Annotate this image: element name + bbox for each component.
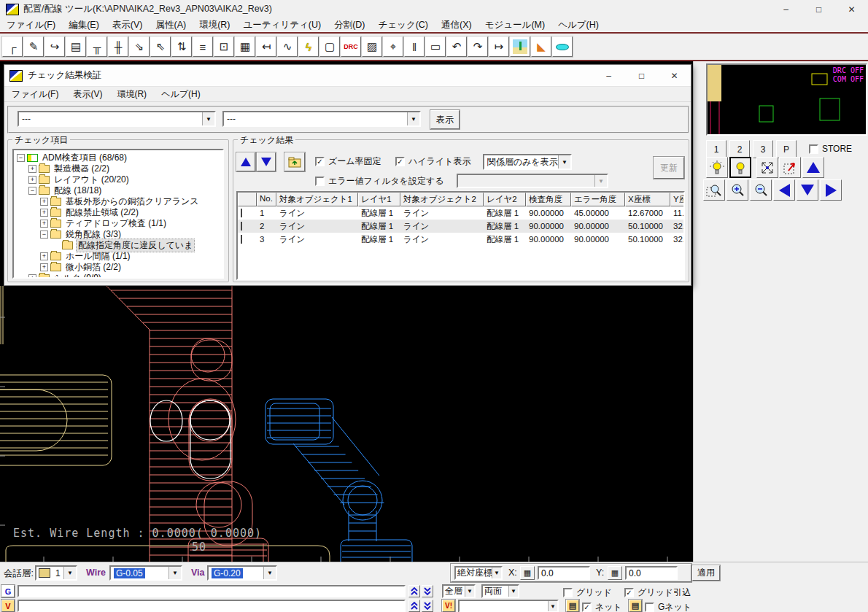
redo-icon[interactable]: ↷ bbox=[468, 36, 488, 57]
tree-item[interactable]: −ADM検査項目 (68/68) bbox=[15, 152, 222, 163]
undo-icon[interactable]: ↶ bbox=[446, 36, 467, 57]
wire-width-select[interactable]: G-0.05 ▼ bbox=[109, 565, 182, 581]
expand-icon[interactable]: + bbox=[40, 209, 48, 217]
command-input[interactable] bbox=[18, 585, 406, 597]
table-row[interactable]: 1ライン配線層 1ライン配線層 190.0000045.0000012.6700… bbox=[238, 206, 685, 220]
next-error-button[interactable] bbox=[257, 152, 276, 171]
x-grid-icon[interactable]: ▦ bbox=[520, 566, 535, 580]
net-tree-icon[interactable]: ╥ bbox=[87, 36, 107, 57]
menu-help[interactable]: ヘルプ(H) bbox=[551, 19, 605, 31]
column-header[interactable]: エラー角度 bbox=[571, 193, 625, 206]
message-down-icon[interactable] bbox=[422, 600, 433, 612]
page-button-1[interactable]: 1 bbox=[706, 140, 726, 158]
scroll-down-button[interactable] bbox=[797, 179, 818, 201]
microscope-icon[interactable]: ⌖ bbox=[383, 36, 403, 57]
collapse-icon[interactable]: − bbox=[17, 154, 25, 162]
column-header[interactable]: Y座標 bbox=[670, 193, 685, 206]
expand-icon[interactable]: + bbox=[28, 165, 36, 173]
expand-icon[interactable]: + bbox=[40, 252, 48, 260]
error-item-select[interactable]: --- ▼ bbox=[222, 111, 421, 127]
table-row[interactable]: 3ライン配線層 1ライン配線層 190.0000090.0000050.1000… bbox=[238, 233, 685, 246]
chevron-down-icon[interactable]: ▼ bbox=[407, 112, 419, 125]
column-header[interactable]: No. bbox=[257, 193, 276, 206]
column-header[interactable]: 対象オブジェクト2 bbox=[400, 193, 484, 206]
menu-module[interactable]: モジュール(M) bbox=[478, 19, 551, 31]
minimize-icon[interactable]: – bbox=[770, 0, 802, 18]
tree-item[interactable]: +基板外形からの銅箔クリアランス bbox=[15, 196, 222, 207]
zoom-out-button[interactable] bbox=[750, 179, 772, 201]
menu-divide[interactable]: 分割(D) bbox=[328, 19, 371, 31]
expand-icon[interactable]: + bbox=[40, 220, 48, 228]
folder-up-icon[interactable] bbox=[284, 152, 305, 171]
column-header[interactable]: 検査角度 bbox=[526, 193, 571, 206]
selection-box-icon[interactable]: ▢ bbox=[319, 36, 340, 57]
dialog-menu-file[interactable]: ファイル(F) bbox=[4, 88, 66, 101]
expand-icon[interactable]: + bbox=[40, 198, 48, 206]
mesh-fill-icon[interactable]: ▨ bbox=[362, 36, 382, 57]
grid-pull-checkbox[interactable]: ✓ グリッド引込 bbox=[624, 586, 691, 599]
zoom-fixed-checkbox-box[interactable]: ✓ bbox=[315, 157, 325, 166]
tree-item[interactable]: +製造機器 (2/2) bbox=[15, 163, 222, 174]
active-layer-select[interactable]: 1 ▼ bbox=[35, 565, 77, 581]
chevron-down-icon[interactable]: ▼ bbox=[508, 586, 518, 597]
grid-checkbox[interactable]: グリッド bbox=[563, 586, 612, 599]
pin-array-icon[interactable]: ╫ bbox=[108, 36, 128, 57]
import-box-icon[interactable]: ↦ bbox=[489, 36, 509, 57]
table-row[interactable]: 2ライン配線層 1ライン配線層 190.0000090.0000050.1000… bbox=[238, 220, 685, 233]
apply-button[interactable]: 適用 bbox=[692, 565, 720, 581]
y-coordinate-input[interactable] bbox=[625, 566, 678, 580]
tree-item[interactable]: +レイアウト (20/20) bbox=[15, 174, 222, 185]
layer-filter-select[interactable]: 関係層のみを表示 ▼ bbox=[483, 154, 572, 170]
drc-icon[interactable]: DRC bbox=[341, 36, 361, 57]
pad-array-icon[interactable]: ▦ bbox=[235, 36, 255, 57]
history-down-icon[interactable] bbox=[422, 585, 433, 597]
chevron-down-icon[interactable]: ▼ bbox=[558, 155, 570, 169]
store-checkbox-box[interactable] bbox=[809, 144, 818, 154]
tree-item[interactable]: +配線禁止領域 (2/2) bbox=[15, 207, 222, 218]
column-header[interactable]: X座標 bbox=[625, 193, 670, 206]
copy-region-icon[interactable]: ⇖ bbox=[150, 36, 171, 57]
net-select[interactable]: ▼ bbox=[458, 600, 559, 612]
highlight-on-button[interactable] bbox=[706, 157, 728, 178]
chevron-down-icon[interactable]: ▼ bbox=[63, 567, 76, 579]
tree-item[interactable]: +シルク (9/9) bbox=[15, 273, 222, 279]
collapse-icon[interactable]: − bbox=[28, 187, 36, 195]
column-header[interactable]: レイヤ1 bbox=[358, 193, 400, 206]
g-command-icon[interactable]: G bbox=[1, 585, 15, 597]
tree-item[interactable]: 配線指定角度に違反していま bbox=[15, 240, 222, 251]
gnet-checkbox[interactable]: Gネット bbox=[645, 601, 691, 612]
column-header[interactable]: レイヤ2 bbox=[484, 193, 526, 206]
error-category-select[interactable]: --- ▼ bbox=[18, 111, 216, 127]
zoom-region-button[interactable] bbox=[703, 179, 725, 201]
error-filter-checkbox[interactable]: エラー値フィルタを設定する bbox=[315, 175, 444, 187]
net-mode-icon[interactable]: V! bbox=[442, 600, 455, 612]
menu-utility[interactable]: ユーティリティ(U) bbox=[237, 19, 328, 31]
error-filter-checkbox-box[interactable] bbox=[315, 177, 325, 186]
page-button-3[interactable]: 3 bbox=[753, 140, 773, 158]
column-header[interactable] bbox=[238, 193, 257, 206]
pencil-edit-icon[interactable]: ✎ bbox=[23, 36, 44, 57]
scroll-left-button[interactable] bbox=[773, 179, 795, 201]
highlight-frame-button[interactable] bbox=[729, 157, 751, 178]
layer-scope-select[interactable]: 全層 ▼ bbox=[442, 584, 476, 598]
x-coordinate-input[interactable] bbox=[538, 566, 590, 580]
menu-comm[interactable]: 通信(X) bbox=[435, 19, 478, 31]
side-scope-select[interactable]: 両面 ▼ bbox=[481, 584, 519, 598]
menu-file[interactable]: ファイル(F) bbox=[0, 19, 62, 31]
maximize-icon[interactable]: □ bbox=[802, 0, 835, 18]
menu-environment[interactable]: 環境(R) bbox=[193, 19, 236, 31]
pan-view-icon[interactable] bbox=[779, 157, 801, 178]
component-icon[interactable]: ∿ bbox=[277, 36, 298, 57]
expand-icon[interactable]: + bbox=[40, 263, 48, 271]
chevron-down-icon[interactable]: ▼ bbox=[168, 567, 181, 579]
net-checkbox-box[interactable]: ✓ bbox=[582, 603, 592, 612]
column-header[interactable]: 対象オブジェクト1 bbox=[276, 193, 358, 206]
coord-mode-select[interactable]: 絶対座標 ▼ bbox=[454, 566, 503, 580]
scroll-up-button[interactable] bbox=[802, 157, 824, 178]
check-tree[interactable]: −ADM検査項目 (68/68)+製造機器 (2/2)+レイアウト (20/20… bbox=[12, 149, 224, 279]
gnet-checkbox-box[interactable] bbox=[645, 603, 654, 612]
highlight-checkbox-box[interactable]: ✓ bbox=[395, 157, 405, 166]
ruler-triangle-icon[interactable]: ◣ bbox=[531, 36, 551, 57]
show-button[interactable]: 表示 bbox=[430, 110, 460, 129]
page-button-2[interactable]: 2 bbox=[729, 140, 750, 158]
